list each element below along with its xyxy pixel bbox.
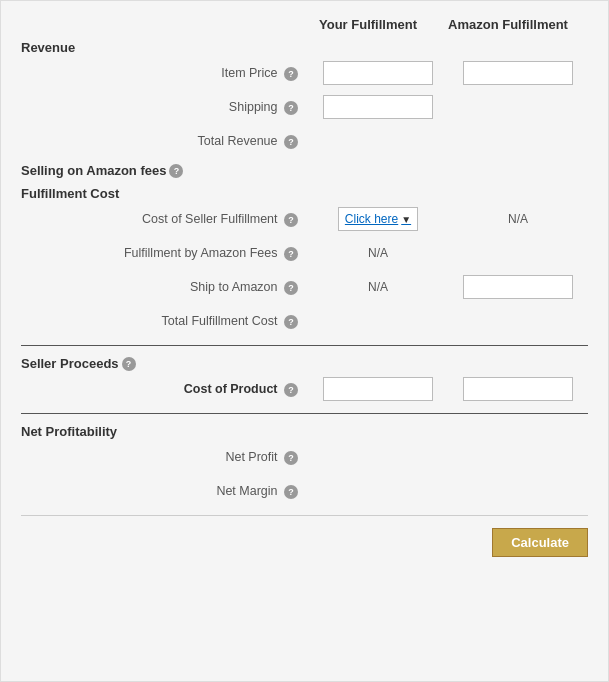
shipping-row: Shipping ? [21,93,588,121]
total-revenue-label: Total Revenue [198,134,278,148]
fulfillment-cost-title: Fulfillment Cost [21,186,588,201]
shipping-label: Shipping [229,100,278,114]
cost-seller-row: Cost of Seller Fulfillment ? Click here … [21,205,588,233]
net-profitability-title: Net Profitability [21,424,588,439]
net-profit-info-icon[interactable]: ? [284,451,298,465]
your-fulfillment-header: Your Fulfillment [298,17,438,32]
total-revenue-info-icon[interactable]: ? [284,135,298,149]
divider-2 [21,413,588,414]
shipping-info-icon[interactable]: ? [284,101,298,115]
selling-fees-title: Selling on Amazon fees ? [21,163,588,178]
ship-amazon-row: Ship to Amazon ? N/A [21,273,588,301]
divider-3 [21,515,588,516]
calculate-button[interactable]: Calculate [492,528,588,557]
fulfillment-amazon-row: Fulfillment by Amazon Fees ? N/A [21,239,588,267]
cost-seller-amazon-na: N/A [508,212,528,226]
cost-product-info-icon[interactable]: ? [284,383,298,397]
item-price-amazon-input[interactable] [463,61,573,85]
fulfillment-amazon-your-na: N/A [368,246,388,260]
net-margin-info-icon[interactable]: ? [284,485,298,499]
cost-product-your-input[interactable] [323,377,433,401]
click-here-button[interactable]: Click here ▼ [338,207,418,231]
ship-amazon-label: Ship to Amazon [190,280,278,294]
divider-1 [21,345,588,346]
item-price-info-icon[interactable]: ? [284,67,298,81]
cost-seller-label: Cost of Seller Fulfillment [142,212,277,226]
item-price-your-input[interactable] [323,61,433,85]
header-row: Your Fulfillment Amazon Fulfillment [21,17,588,32]
net-profit-label: Net Profit [225,450,277,464]
cost-product-amazon-input[interactable] [463,377,573,401]
item-price-row: Item Price ? [21,59,588,87]
dropdown-arrow-icon: ▼ [401,214,411,225]
seller-proceeds-info-icon[interactable]: ? [122,357,136,371]
total-fulfillment-row: Total Fulfillment Cost ? [21,307,588,335]
fulfillment-amazon-label: Fulfillment by Amazon Fees [124,246,278,260]
total-fulfillment-label: Total Fulfillment Cost [162,314,278,328]
item-price-label: Item Price [221,66,277,80]
ship-amazon-info-icon[interactable]: ? [284,281,298,295]
ship-amazon-your-na: N/A [368,280,388,294]
amazon-fulfillment-header: Amazon Fulfillment [438,17,578,32]
net-margin-label: Net Margin [216,484,277,498]
selling-fees-info-icon[interactable]: ? [169,164,183,178]
cost-product-row: Cost of Product ? [21,375,588,403]
calculator-container: Your Fulfillment Amazon Fulfillment Reve… [0,0,609,682]
net-profit-row: Net Profit ? [21,443,588,471]
seller-proceeds-title: Seller Proceeds ? [21,356,588,371]
net-margin-row: Net Margin ? [21,477,588,505]
fulfillment-amazon-info-icon[interactable]: ? [284,247,298,261]
cost-product-label: Cost of Product [184,382,278,396]
total-revenue-row: Total Revenue ? [21,127,588,155]
total-fulfillment-info-icon[interactable]: ? [284,315,298,329]
cost-seller-info-icon[interactable]: ? [284,213,298,227]
ship-amazon-input[interactable] [463,275,573,299]
revenue-section-title: Revenue [21,40,588,55]
shipping-your-input[interactable] [323,95,433,119]
calculate-row: Calculate [21,528,588,557]
